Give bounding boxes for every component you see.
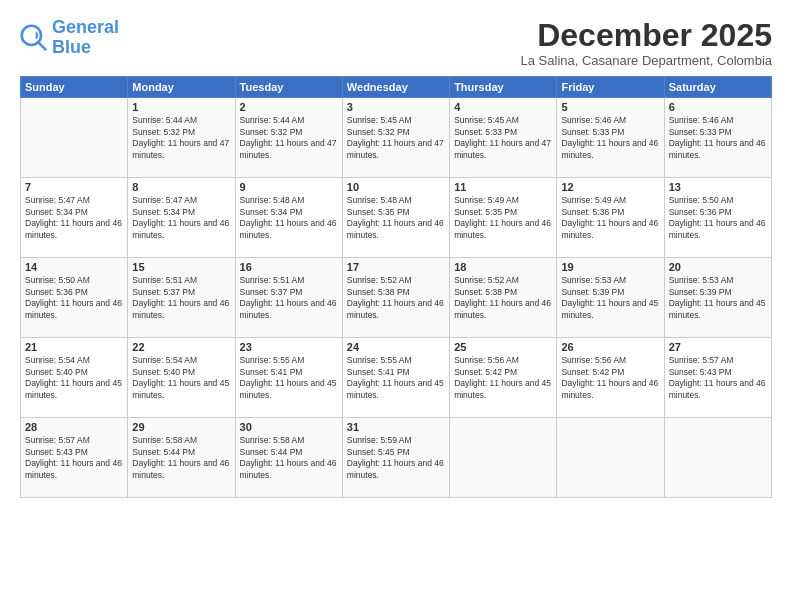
day-cell: 12Sunrise: 5:49 AMSunset: 5:36 PMDayligh… xyxy=(557,178,664,258)
day-number: 6 xyxy=(669,101,767,113)
col-friday: Friday xyxy=(557,77,664,98)
day-cell: 26Sunrise: 5:56 AMSunset: 5:42 PMDayligh… xyxy=(557,338,664,418)
day-cell: 7Sunrise: 5:47 AMSunset: 5:34 PMDaylight… xyxy=(21,178,128,258)
day-info: Sunrise: 5:53 AMSunset: 5:39 PMDaylight:… xyxy=(561,275,659,321)
day-number: 27 xyxy=(669,341,767,353)
day-number: 13 xyxy=(669,181,767,193)
day-cell xyxy=(664,418,771,498)
header-row: Sunday Monday Tuesday Wednesday Thursday… xyxy=(21,77,772,98)
day-cell: 17Sunrise: 5:52 AMSunset: 5:38 PMDayligh… xyxy=(342,258,449,338)
week-row-1: 7Sunrise: 5:47 AMSunset: 5:34 PMDaylight… xyxy=(21,178,772,258)
day-number: 15 xyxy=(132,261,230,273)
day-cell: 6Sunrise: 5:46 AMSunset: 5:33 PMDaylight… xyxy=(664,98,771,178)
month-title: December 2025 xyxy=(521,18,772,53)
day-info: Sunrise: 5:49 AMSunset: 5:35 PMDaylight:… xyxy=(454,195,552,241)
calendar-table: Sunday Monday Tuesday Wednesday Thursday… xyxy=(20,76,772,498)
day-number: 10 xyxy=(347,181,445,193)
day-cell: 31Sunrise: 5:59 AMSunset: 5:45 PMDayligh… xyxy=(342,418,449,498)
week-row-3: 21Sunrise: 5:54 AMSunset: 5:40 PMDayligh… xyxy=(21,338,772,418)
day-info: Sunrise: 5:56 AMSunset: 5:42 PMDaylight:… xyxy=(454,355,552,401)
day-info: Sunrise: 5:53 AMSunset: 5:39 PMDaylight:… xyxy=(669,275,767,321)
day-number: 8 xyxy=(132,181,230,193)
day-cell: 14Sunrise: 5:50 AMSunset: 5:36 PMDayligh… xyxy=(21,258,128,338)
week-row-4: 28Sunrise: 5:57 AMSunset: 5:43 PMDayligh… xyxy=(21,418,772,498)
col-tuesday: Tuesday xyxy=(235,77,342,98)
day-cell: 22Sunrise: 5:54 AMSunset: 5:40 PMDayligh… xyxy=(128,338,235,418)
day-cell: 3Sunrise: 5:45 AMSunset: 5:32 PMDaylight… xyxy=(342,98,449,178)
day-number: 4 xyxy=(454,101,552,113)
day-number: 12 xyxy=(561,181,659,193)
day-info: Sunrise: 5:56 AMSunset: 5:42 PMDaylight:… xyxy=(561,355,659,401)
day-number: 24 xyxy=(347,341,445,353)
col-monday: Monday xyxy=(128,77,235,98)
logo: General Blue xyxy=(20,18,119,58)
day-info: Sunrise: 5:49 AMSunset: 5:36 PMDaylight:… xyxy=(561,195,659,241)
day-cell: 20Sunrise: 5:53 AMSunset: 5:39 PMDayligh… xyxy=(664,258,771,338)
day-info: Sunrise: 5:45 AMSunset: 5:33 PMDaylight:… xyxy=(454,115,552,161)
day-number: 11 xyxy=(454,181,552,193)
day-number: 20 xyxy=(669,261,767,273)
day-number: 7 xyxy=(25,181,123,193)
day-number: 3 xyxy=(347,101,445,113)
day-cell xyxy=(21,98,128,178)
day-number: 1 xyxy=(132,101,230,113)
day-cell: 19Sunrise: 5:53 AMSunset: 5:39 PMDayligh… xyxy=(557,258,664,338)
week-row-0: 1Sunrise: 5:44 AMSunset: 5:32 PMDaylight… xyxy=(21,98,772,178)
day-cell: 2Sunrise: 5:44 AMSunset: 5:32 PMDaylight… xyxy=(235,98,342,178)
day-info: Sunrise: 5:50 AMSunset: 5:36 PMDaylight:… xyxy=(25,275,123,321)
day-number: 14 xyxy=(25,261,123,273)
day-number: 16 xyxy=(240,261,338,273)
day-info: Sunrise: 5:47 AMSunset: 5:34 PMDaylight:… xyxy=(25,195,123,241)
day-cell xyxy=(557,418,664,498)
col-thursday: Thursday xyxy=(450,77,557,98)
day-cell: 4Sunrise: 5:45 AMSunset: 5:33 PMDaylight… xyxy=(450,98,557,178)
day-number: 2 xyxy=(240,101,338,113)
day-number: 26 xyxy=(561,341,659,353)
page: General Blue December 2025 La Salina, Ca… xyxy=(0,0,792,612)
day-cell: 13Sunrise: 5:50 AMSunset: 5:36 PMDayligh… xyxy=(664,178,771,258)
day-cell: 15Sunrise: 5:51 AMSunset: 5:37 PMDayligh… xyxy=(128,258,235,338)
day-info: Sunrise: 5:48 AMSunset: 5:35 PMDaylight:… xyxy=(347,195,445,241)
day-cell: 30Sunrise: 5:58 AMSunset: 5:44 PMDayligh… xyxy=(235,418,342,498)
day-number: 30 xyxy=(240,421,338,433)
subtitle: La Salina, Casanare Department, Colombia xyxy=(521,53,772,68)
day-info: Sunrise: 5:50 AMSunset: 5:36 PMDaylight:… xyxy=(669,195,767,241)
col-sunday: Sunday xyxy=(21,77,128,98)
day-info: Sunrise: 5:52 AMSunset: 5:38 PMDaylight:… xyxy=(454,275,552,321)
day-cell: 29Sunrise: 5:58 AMSunset: 5:44 PMDayligh… xyxy=(128,418,235,498)
day-info: Sunrise: 5:57 AMSunset: 5:43 PMDaylight:… xyxy=(669,355,767,401)
day-info: Sunrise: 5:51 AMSunset: 5:37 PMDaylight:… xyxy=(240,275,338,321)
col-saturday: Saturday xyxy=(664,77,771,98)
day-info: Sunrise: 5:52 AMSunset: 5:38 PMDaylight:… xyxy=(347,275,445,321)
day-number: 5 xyxy=(561,101,659,113)
day-number: 9 xyxy=(240,181,338,193)
day-number: 21 xyxy=(25,341,123,353)
day-number: 23 xyxy=(240,341,338,353)
day-number: 19 xyxy=(561,261,659,273)
day-cell: 23Sunrise: 5:55 AMSunset: 5:41 PMDayligh… xyxy=(235,338,342,418)
day-cell: 28Sunrise: 5:57 AMSunset: 5:43 PMDayligh… xyxy=(21,418,128,498)
day-info: Sunrise: 5:54 AMSunset: 5:40 PMDaylight:… xyxy=(132,355,230,401)
day-info: Sunrise: 5:48 AMSunset: 5:34 PMDaylight:… xyxy=(240,195,338,241)
day-info: Sunrise: 5:59 AMSunset: 5:45 PMDaylight:… xyxy=(347,435,445,481)
day-cell: 21Sunrise: 5:54 AMSunset: 5:40 PMDayligh… xyxy=(21,338,128,418)
day-info: Sunrise: 5:47 AMSunset: 5:34 PMDaylight:… xyxy=(132,195,230,241)
day-cell: 24Sunrise: 5:55 AMSunset: 5:41 PMDayligh… xyxy=(342,338,449,418)
week-row-2: 14Sunrise: 5:50 AMSunset: 5:36 PMDayligh… xyxy=(21,258,772,338)
day-info: Sunrise: 5:44 AMSunset: 5:32 PMDaylight:… xyxy=(240,115,338,161)
logo-icon xyxy=(20,24,48,52)
day-info: Sunrise: 5:54 AMSunset: 5:40 PMDaylight:… xyxy=(25,355,123,401)
col-wednesday: Wednesday xyxy=(342,77,449,98)
day-info: Sunrise: 5:46 AMSunset: 5:33 PMDaylight:… xyxy=(561,115,659,161)
day-info: Sunrise: 5:58 AMSunset: 5:44 PMDaylight:… xyxy=(132,435,230,481)
day-number: 17 xyxy=(347,261,445,273)
day-cell: 5Sunrise: 5:46 AMSunset: 5:33 PMDaylight… xyxy=(557,98,664,178)
logo-text: General Blue xyxy=(52,18,119,58)
day-cell: 27Sunrise: 5:57 AMSunset: 5:43 PMDayligh… xyxy=(664,338,771,418)
day-cell xyxy=(450,418,557,498)
day-info: Sunrise: 5:58 AMSunset: 5:44 PMDaylight:… xyxy=(240,435,338,481)
day-cell: 16Sunrise: 5:51 AMSunset: 5:37 PMDayligh… xyxy=(235,258,342,338)
day-info: Sunrise: 5:45 AMSunset: 5:32 PMDaylight:… xyxy=(347,115,445,161)
title-block: December 2025 La Salina, Casanare Depart… xyxy=(521,18,772,68)
day-info: Sunrise: 5:51 AMSunset: 5:37 PMDaylight:… xyxy=(132,275,230,321)
